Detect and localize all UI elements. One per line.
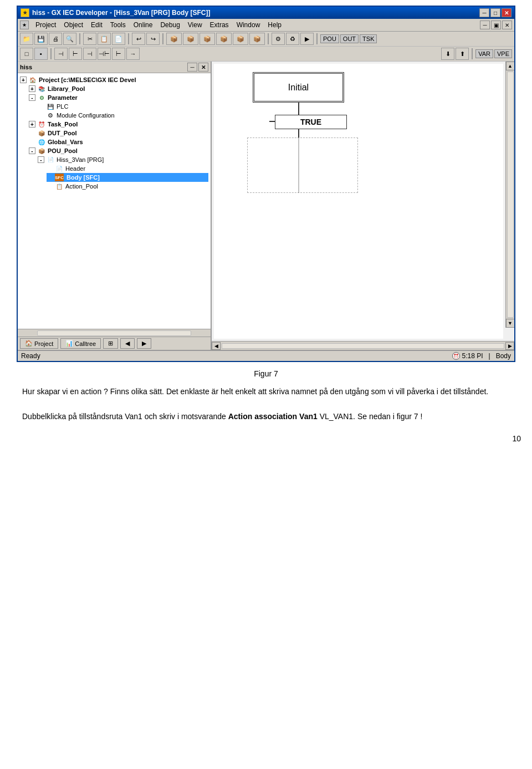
sfc-canvas: Initial TRUE xyxy=(214,64,503,339)
toolbar-btn-run[interactable]: ▶ xyxy=(300,33,314,45)
toolbar-btn-t6[interactable]: 📦 xyxy=(249,33,265,45)
tree-item-hiss3van[interactable]: - 📄 Hiss_3Van [PRG] xyxy=(38,155,208,164)
left-panel-title-text: hiss xyxy=(20,64,32,70)
tree-item-dut[interactable]: 📦 DUT_Pool xyxy=(29,129,208,137)
tab-project[interactable]: 🏠 Project xyxy=(20,338,58,349)
menu-tools[interactable]: Tools xyxy=(107,20,129,30)
toolbar-btn-t2[interactable]: 📦 xyxy=(183,33,198,45)
toolbar-btn-save[interactable]: 💾 xyxy=(34,33,48,45)
toolbar2-btn-up[interactable]: ⬆ xyxy=(456,48,469,60)
status-bar: Ready ⏰ 5:18 PI | Body xyxy=(18,350,514,361)
scroll-track[interactable] xyxy=(507,72,514,318)
hscroll-left-btn[interactable]: ◀ xyxy=(212,342,221,350)
tree-item-project[interactable]: + 🏠 Project [c:\MELSEC\GX IEC Devel xyxy=(20,75,208,84)
tab-extra[interactable]: ⊞ xyxy=(103,338,118,349)
toolbar-btn-t4[interactable]: 📦 xyxy=(216,33,232,45)
toolbar-btn-t1[interactable]: 📦 xyxy=(166,33,182,45)
mdi-restore-button[interactable]: ▣ xyxy=(491,21,501,29)
horizontal-scrollbar[interactable]: ◀ ▶ xyxy=(212,341,514,350)
toolbar-btn-new[interactable]: 📁 xyxy=(20,33,33,45)
tree-item-action-pool[interactable]: 📋 Action_Pool xyxy=(47,182,208,191)
tree-item-global[interactable]: 🌐 Global_Vars xyxy=(29,137,208,146)
status-mode: | xyxy=(489,352,490,360)
left-panel-btn-min[interactable]: ─ xyxy=(187,63,197,72)
toolbar-btn-paste[interactable]: 📄 xyxy=(112,33,125,45)
toolbar2-btn-5[interactable]: ⊣ xyxy=(83,48,96,60)
toolbar-sep-5 xyxy=(316,33,318,44)
menu-view[interactable]: View xyxy=(185,20,206,30)
tree-icon-action-pool: 📋 xyxy=(55,182,64,190)
tree-label-project: Project [c:\MELSEC\GX IEC Devel xyxy=(39,77,136,83)
sfc-initial-step[interactable]: Initial xyxy=(253,72,344,103)
mdi-minimize-button[interactable]: ─ xyxy=(480,21,490,29)
toolbar-btn-settings[interactable]: ⚙ xyxy=(272,33,285,45)
tree-expand-pou-pool[interactable]: - xyxy=(29,147,35,154)
toolbar-btn-zoom[interactable]: 🔍 xyxy=(63,33,76,45)
status-time: 5:18 PI xyxy=(462,352,483,360)
vertical-scrollbar[interactable]: ▲ ▼ xyxy=(505,62,514,328)
menu-debug[interactable]: Debug xyxy=(157,20,183,30)
toolbar2-btn-2[interactable]: ▪ xyxy=(34,48,48,60)
toolbar2-btn-1[interactable]: □ xyxy=(20,48,33,60)
toolbar-btn-print[interactable]: 🖨 xyxy=(49,33,62,45)
toolbar2-btn-8[interactable]: → xyxy=(126,48,140,60)
tree-expand-library[interactable]: + xyxy=(29,85,35,92)
menu-object[interactable]: Object xyxy=(60,20,86,30)
tree-item-header[interactable]: 📄 Header xyxy=(47,164,208,173)
tree-item-plc[interactable]: 💾 PLC xyxy=(38,102,208,111)
toolbar-btn-refresh[interactable]: ♻ xyxy=(286,33,299,45)
toolbar-sep-2 xyxy=(128,33,129,44)
toolbar-btn-cut[interactable]: ✂ xyxy=(83,33,96,45)
minimize-button[interactable]: ─ xyxy=(479,8,489,17)
toolbar-btn-undo[interactable]: ↩ xyxy=(132,33,145,45)
toolbar-btn-t3[interactable]: 📦 xyxy=(200,33,215,45)
tree-icon-global: 🌐 xyxy=(37,138,46,146)
tree-expand-parameter[interactable]: - xyxy=(29,94,35,101)
hscroll-right-btn[interactable]: ▶ xyxy=(505,342,514,350)
toolbar-btn-copy[interactable]: 📋 xyxy=(98,33,111,45)
menu-extras[interactable]: Extras xyxy=(207,20,232,30)
tab-arrow-left[interactable]: ◀ xyxy=(120,338,135,349)
tab-arrow-right[interactable]: ▶ xyxy=(137,338,151,349)
tree-item-module-config[interactable]: ⚙ Module Configuration xyxy=(38,111,208,120)
title-bar: ★ hiss - GX IEC Developer - [Hiss_3Van [… xyxy=(18,7,514,19)
tab-project-icon: 🏠 xyxy=(25,340,33,347)
tree-expand-project[interactable]: + xyxy=(20,77,27,83)
toolbar2-btn-down[interactable]: ⬇ xyxy=(441,48,454,60)
toolbar-label-tsk: TSK xyxy=(360,34,377,43)
tree-icon-plc: 💾 xyxy=(46,103,55,110)
hscroll-track[interactable] xyxy=(222,343,504,349)
page-number: 10 xyxy=(0,434,532,443)
toolbar2-btn-7[interactable]: ⊢ xyxy=(112,48,125,60)
hscroll-thumb[interactable] xyxy=(37,330,191,336)
mdi-close-button[interactable]: ✕ xyxy=(502,21,512,29)
toolbar2-btn-4[interactable]: ⊢ xyxy=(69,48,82,60)
menu-window[interactable]: Window xyxy=(233,20,264,30)
menu-online[interactable]: Online xyxy=(130,20,156,30)
toolbar2-btn-3[interactable]: ⊣ xyxy=(54,48,68,60)
maximize-button[interactable]: □ xyxy=(490,8,500,17)
tree-expand-hiss3van[interactable]: - xyxy=(38,156,44,163)
tree-item-library[interactable]: + 📚 Library_Pool xyxy=(29,84,208,93)
tree-label-dut: DUT_Pool xyxy=(48,130,77,136)
menu-edit[interactable]: Edit xyxy=(88,20,106,30)
tree-expand-task[interactable]: + xyxy=(29,121,35,128)
menu-project[interactable]: Project xyxy=(32,20,59,30)
tree-item-pou-pool[interactable]: - 📦 POU_Pool xyxy=(29,146,208,155)
close-button[interactable]: ✕ xyxy=(502,8,511,17)
paragraph-2-bold: Action association Van1 xyxy=(228,412,318,421)
scroll-down-btn[interactable]: ▼ xyxy=(506,319,515,328)
toolbar-btn-redo[interactable]: ↪ xyxy=(146,33,160,45)
tree-item-task[interactable]: + ⏰ Task_Pool xyxy=(29,120,208,129)
toolbar2-btn-6[interactable]: ⊣⊢ xyxy=(98,48,111,60)
document-body: Figur 7 Hur skapar vi en action ? Finns … xyxy=(17,368,515,423)
sfc-transition-box[interactable]: TRUE xyxy=(275,115,347,129)
menu-help[interactable]: Help xyxy=(264,20,285,30)
toolbar-btn-t5[interactable]: 📦 xyxy=(233,33,248,45)
tab-calltree[interactable]: 📊 Calltree xyxy=(60,338,101,349)
tree-item-body-sfc[interactable]: SFC Body [SFC] xyxy=(47,173,208,182)
tree-hscroll[interactable] xyxy=(18,329,211,337)
left-panel-btn-close[interactable]: ✕ xyxy=(198,63,208,72)
scroll-up-btn[interactable]: ▲ xyxy=(506,62,515,70)
tree-item-parameter[interactable]: - ⚙ Parameter xyxy=(29,93,208,102)
